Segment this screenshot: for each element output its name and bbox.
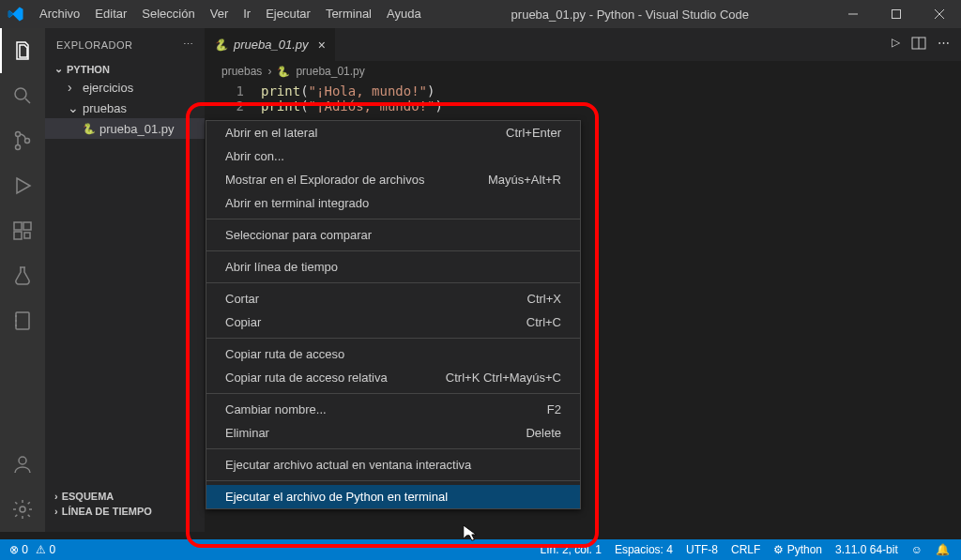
status-eol[interactable]: CRLF: [731, 543, 760, 556]
ctx-open-with[interactable]: Abrir con...: [206, 144, 580, 168]
svg-point-3: [16, 145, 21, 150]
menu-archivo[interactable]: Archivo: [32, 0, 87, 28]
vscode-icon: [0, 6, 32, 23]
ctx-run-python-terminal[interactable]: Ejecutar el archivo de Python en termina…: [206, 485, 580, 508]
run-button[interactable]: ▷: [892, 36, 900, 53]
editor-more-icon[interactable]: ⋯: [938, 36, 950, 53]
menu-editar[interactable]: Editar: [87, 0, 134, 28]
svg-rect-5: [14, 222, 22, 230]
separator: [206, 282, 580, 283]
ctx-run-interactive[interactable]: Ejecutar archivo actual en ventana inter…: [206, 453, 580, 477]
ctx-cut[interactable]: CortarCtrl+X: [206, 287, 580, 310]
svg-rect-9: [16, 312, 29, 329]
menu-ver[interactable]: Ver: [203, 0, 236, 28]
separator: [206, 448, 580, 449]
ctx-open-side[interactable]: Abrir en el lateralCtrl+Enter: [206, 121, 580, 144]
svg-point-4: [25, 139, 30, 144]
titlebar: Archivo Editar Selección Ver Ir Ejecutar…: [0, 0, 961, 28]
menu-ayuda[interactable]: Ayuda: [379, 0, 429, 28]
more-icon[interactable]: ⋯: [183, 38, 194, 51]
status-bell-icon[interactable]: 🔔: [936, 543, 950, 556]
status-encoding[interactable]: UTF-8: [686, 543, 718, 556]
status-warnings[interactable]: ⚠ 0: [36, 543, 55, 556]
menu-seleccion[interactable]: Selección: [134, 0, 202, 28]
editor-content[interactable]: 1print("¡Hola, mundo!") 2print("¡Adiós, …: [205, 82, 961, 114]
ctx-copy-path[interactable]: Copiar ruta de acceso: [206, 342, 580, 366]
close-button[interactable]: [918, 0, 961, 28]
ctx-delete[interactable]: EliminarDelete: [206, 421, 580, 445]
file-prueba01[interactable]: 🐍prueba_01.py: [45, 118, 205, 139]
separator: [206, 219, 580, 219]
status-lncol[interactable]: Lín. 2, col. 1: [541, 543, 602, 556]
separator: [206, 480, 580, 481]
extensions-icon[interactable]: [0, 208, 45, 253]
svg-point-2: [16, 132, 21, 137]
svg-rect-6: [23, 222, 31, 230]
gear-icon[interactable]: [0, 487, 45, 532]
menu-ejecutar[interactable]: Ejecutar: [258, 0, 318, 28]
outline-header[interactable]: ESQUEMA: [45, 489, 205, 504]
notebook-icon[interactable]: [0, 298, 45, 343]
explorer-icon[interactable]: [0, 28, 45, 73]
menu-bar: Archivo Editar Selección Ver Ir Ejecutar…: [32, 0, 429, 28]
svg-point-1: [15, 88, 26, 99]
ctx-open-timeline[interactable]: Abrir línea de tiempo: [206, 255, 580, 279]
split-icon[interactable]: [911, 36, 926, 53]
svg-rect-0: [892, 10, 901, 19]
ctx-reveal[interactable]: Mostrar en el Explorador de archivosMayú…: [206, 168, 580, 191]
status-version[interactable]: 3.11.0 64-bit: [835, 543, 898, 556]
status-errors[interactable]: ⊗ 0: [9, 543, 28, 556]
timeline-header[interactable]: LÍNEA DE TIEMPO: [45, 504, 205, 519]
explorer-title: EXPLORADOR: [56, 39, 132, 51]
ctx-select-compare[interactable]: Seleccionar para comparar: [206, 223, 580, 247]
activity-bar: [0, 28, 45, 532]
cursor-icon: [462, 523, 479, 544]
status-bar: ⊗ 0 ⚠ 0 Lín. 2, col. 1 Espacios: 4 UTF-8…: [0, 539, 961, 560]
breadcrumbs[interactable]: pruebas›🐍prueba_01.py: [205, 61, 961, 82]
minimize-button[interactable]: [831, 0, 875, 28]
search-icon[interactable]: [0, 73, 45, 118]
testing-icon[interactable]: [0, 253, 45, 298]
status-lang[interactable]: ⚙ Python: [773, 543, 822, 556]
tab-prueba01[interactable]: 🐍prueba_01.py×: [205, 28, 335, 61]
svg-point-10: [19, 457, 26, 464]
ctx-open-terminal[interactable]: Abrir en terminal integrado: [206, 191, 580, 215]
separator: [206, 338, 580, 339]
menu-terminal[interactable]: Terminal: [318, 0, 379, 28]
menu-ir[interactable]: Ir: [236, 0, 258, 28]
close-tab-icon[interactable]: ×: [318, 38, 326, 53]
status-feedback-icon[interactable]: ☺: [911, 543, 923, 556]
ctx-rename[interactable]: Cambiar nombre...F2: [206, 398, 580, 421]
scm-icon[interactable]: [0, 118, 45, 163]
status-spaces[interactable]: Espacios: 4: [615, 543, 673, 556]
window-title: prueba_01.py - Python - Visual Studio Co…: [429, 8, 831, 22]
ctx-copy-relpath[interactable]: Copiar ruta de acceso relativaCtrl+K Ctr…: [206, 366, 580, 389]
folder-ejercicios[interactable]: ejercicios: [45, 77, 205, 98]
svg-rect-7: [14, 232, 22, 239]
separator: [206, 393, 580, 394]
separator: [206, 250, 580, 251]
account-icon[interactable]: [0, 442, 45, 487]
ctx-copy[interactable]: CopiarCtrl+C: [206, 310, 580, 334]
folder-pruebas[interactable]: pruebas: [45, 98, 205, 118]
context-menu: Abrir en el lateralCtrl+Enter Abrir con.…: [206, 120, 581, 509]
debug-icon[interactable]: [0, 163, 45, 208]
svg-rect-8: [24, 233, 30, 238]
project-header[interactable]: PYTHON: [45, 61, 205, 77]
sidebar: EXPLORADOR ⋯ PYTHON ejercicios pruebas 🐍…: [45, 28, 205, 532]
maximize-button[interactable]: [875, 0, 918, 28]
svg-point-11: [20, 507, 25, 512]
